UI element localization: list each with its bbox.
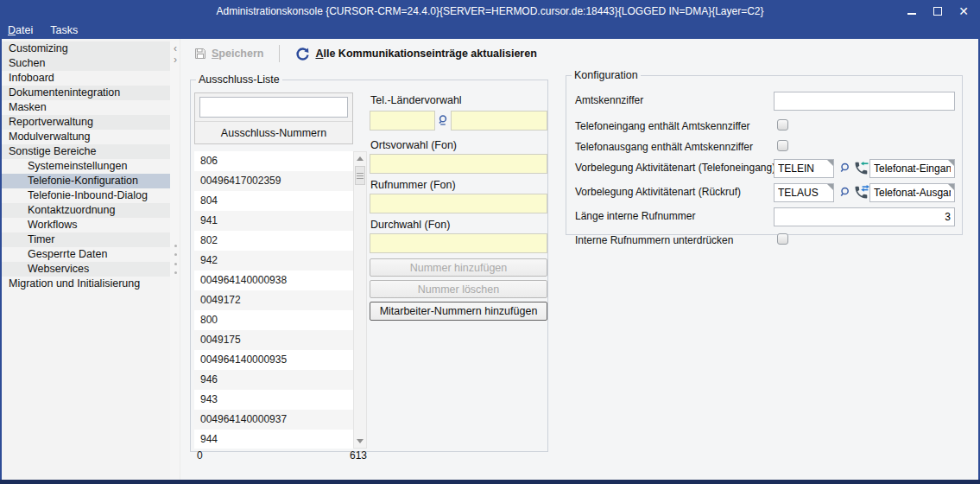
menu-datei-accel: D (8, 24, 16, 36)
inbound-trunk-row: Telefoneingang enthält Amtskennziffer (575, 118, 955, 138)
sidebar-splitter[interactable]: ‹› (170, 39, 180, 480)
menubar: Datei Tasks (0, 22, 980, 39)
refresh-icon (295, 47, 310, 61)
sidebar-item[interactable]: Masken (2, 100, 170, 115)
activity-inbound-search-icon[interactable] (838, 162, 850, 174)
country-name-input[interactable] (451, 111, 547, 131)
country-search-icon[interactable] (435, 114, 451, 126)
activity-callback-code-input[interactable] (774, 183, 834, 202)
close-button[interactable]: ✕ (951, 1, 977, 22)
exclusion-number-row[interactable]: 941 (194, 211, 353, 231)
exclusion-list-scrollbar[interactable] (353, 151, 367, 449)
sidebar-item[interactable]: Sonstige Bereiche (2, 144, 170, 159)
sidebar-item[interactable]: Kontaktzuordnung (2, 203, 170, 218)
scrollbar-thumb[interactable] (355, 166, 365, 185)
sidebar: CustomizingSuchenInfoboardDokumenteninte… (2, 39, 170, 480)
sidebar-item[interactable]: Systemeinstellungen (2, 159, 170, 174)
activity-inbound-text-input[interactable] (869, 159, 955, 178)
outbound-trunk-checkbox[interactable] (777, 140, 788, 151)
delete-number-button[interactable]: Nummer löschen (370, 280, 547, 298)
internal-number-length-row: Länge interne Rufnummer (575, 207, 955, 228)
country-code-label: Tel.-Ländervorwahl (370, 94, 462, 106)
inbound-trunk-checkbox[interactable] (777, 119, 788, 131)
phone-number-input[interactable] (370, 194, 547, 213)
suppress-internal-checkbox[interactable] (777, 233, 788, 245)
sidebar-item[interactable]: Customizing (2, 41, 170, 56)
exclusion-filter-input[interactable] (199, 97, 348, 118)
exclusion-number-row[interactable]: 946 (194, 370, 353, 390)
sidebar-item[interactable]: Infoboard (2, 71, 170, 86)
splitter-grip-icon[interactable] (174, 245, 177, 274)
extension-input[interactable] (370, 233, 547, 253)
window-controls: ✕ (899, 0, 977, 22)
activity-callback-search-icon[interactable] (838, 186, 850, 198)
refresh-label: Alle Kommunikationseinträge aktualisiere… (315, 48, 536, 60)
menu-datei[interactable]: Datei (8, 22, 33, 39)
close-icon: ✕ (958, 5, 969, 17)
exclusion-number-row[interactable]: 800 (194, 310, 353, 330)
toolbar-separator (279, 45, 280, 62)
exclusion-number-row[interactable]: 0049172 (194, 290, 353, 310)
sidebar-item[interactable]: Dokumentenintegration (2, 86, 170, 100)
suppress-internal-label: Interne Rufnummern unterdrücken (575, 234, 733, 246)
window-title: Administrationskonsole {CURSOR-CRM=24.4.… (0, 0, 980, 22)
smart-field-corner-icon (827, 160, 833, 166)
activity-inbound-code-input[interactable] (774, 159, 834, 178)
exclusion-number-row[interactable]: 806 (194, 151, 353, 171)
outbound-trunk-row: Telefonausgang enthält Amtskennziffer (575, 138, 955, 159)
exclusion-list-statusbar: 0 613 (194, 449, 367, 462)
sidebar-item[interactable]: Telefonie-Inbound-Dialog (2, 188, 170, 203)
country-code-row (370, 110, 547, 131)
refresh-all-button[interactable]: Alle Kommunikationseinträge aktualisiere… (292, 45, 540, 63)
exclusion-filter-box: Ausschluss-Nummern (194, 92, 353, 144)
menu-datei-rest: atei (16, 24, 33, 36)
maximize-button[interactable] (925, 1, 951, 22)
sidebar-item[interactable]: Webservices (2, 262, 170, 277)
exclusion-number-row[interactable]: 0049175 (194, 330, 353, 350)
phone-incoming-icon[interactable] (854, 161, 869, 175)
sidebar-item[interactable]: Telefonie-Konfiguration (2, 174, 170, 188)
save-label: Speichern (212, 48, 263, 60)
splitter-collapse-icons[interactable]: ‹› (170, 43, 180, 66)
phone-number-label: Rufnummer (Fon) (370, 179, 456, 191)
exclusion-number-row[interactable]: 802 (194, 231, 353, 251)
sidebar-item[interactable]: Reportverwaltung (2, 115, 170, 130)
sidebar-item[interactable]: Timer (2, 232, 170, 247)
country-code-input[interactable] (370, 111, 435, 131)
add-employee-numbers-button[interactable]: Mitarbeiter-Nummern hinzufügen (370, 302, 547, 321)
activity-callback-text-input[interactable] (869, 183, 955, 202)
smart-field-corner-icon (948, 160, 954, 166)
extension-label: Durchwahl (Fon) (370, 219, 450, 231)
minimize-button[interactable] (899, 1, 925, 22)
outbound-trunk-label: Telefonausgang enthält Amtskennziffer (575, 141, 753, 153)
exclusion-number-row[interactable]: 004964140000938 (194, 271, 353, 290)
exclusion-number-row[interactable]: 944 (194, 430, 353, 449)
sidebar-item[interactable]: Workflows (2, 218, 170, 232)
exclusion-number-row[interactable]: 00496417002359 (194, 171, 353, 191)
activity-type-callback-row: Vorbelegung Aktivitätenart (Rückruf) (575, 183, 955, 204)
group-konfiguration: Konfiguration Amtskennziffer Telefoneing… (566, 69, 963, 235)
scroll-up-icon[interactable] (354, 152, 366, 165)
exclusion-number-row[interactable]: 004964140000937 (194, 410, 353, 430)
exclusion-number-row[interactable]: 004964140000935 (194, 350, 353, 370)
activity-type-callback-label: Vorbelegung Aktivitätenart (Rückruf) (575, 186, 741, 198)
exclusion-number-row[interactable]: 804 (194, 191, 353, 211)
sidebar-item[interactable]: Suchen (2, 56, 170, 71)
selected-count: 0 (197, 449, 203, 462)
phone-outgoing-icon[interactable] (854, 185, 869, 200)
exclusion-number-row[interactable]: 942 (194, 251, 353, 271)
area-code-input[interactable] (370, 154, 547, 174)
amtskennziffer-input[interactable] (774, 92, 955, 111)
window-bottom-border (0, 480, 980, 484)
menu-tasks[interactable]: Tasks (50, 22, 78, 39)
exclusion-number-row[interactable]: 943 (194, 390, 353, 410)
area-code-label: Ortsvorwahl (Fon) (370, 139, 457, 151)
exclusion-list-header[interactable]: Ausschluss-Nummern (195, 121, 352, 143)
sidebar-item[interactable]: Migration und Initialisierung (2, 277, 170, 291)
scroll-down-icon[interactable] (354, 435, 366, 448)
add-number-button[interactable]: Nummer hinzufügen (370, 258, 547, 277)
save-button[interactable]: Speichern (191, 46, 267, 61)
internal-number-length-input[interactable] (774, 207, 955, 226)
sidebar-item[interactable]: Gesperrte Daten (2, 247, 170, 262)
sidebar-item[interactable]: Modulverwaltung (2, 130, 170, 144)
